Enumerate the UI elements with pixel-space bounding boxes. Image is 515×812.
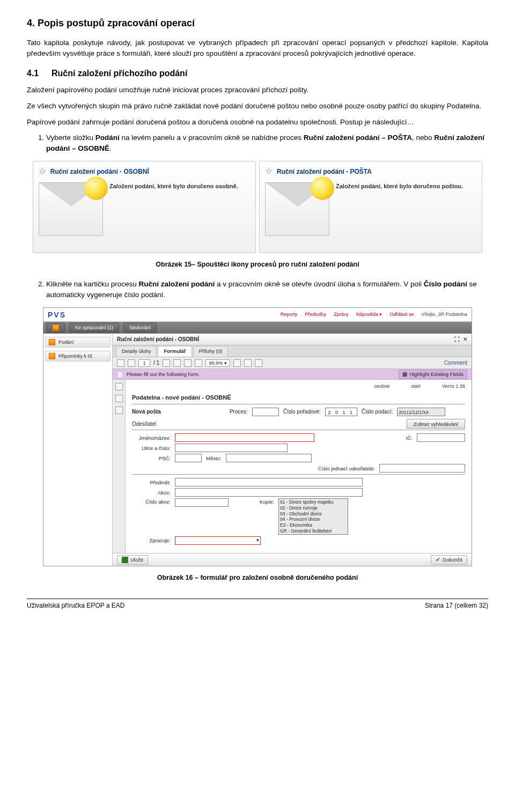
input-jmeno[interactable] <box>175 433 314 442</box>
maximize-icon[interactable]: ⛶ <box>454 336 460 344</box>
dokoncit-button[interactable]: Dokončit <box>431 555 467 565</box>
zoom-out-icon[interactable] <box>184 359 192 367</box>
next-page-icon[interactable] <box>173 359 181 367</box>
workspace-tab[interactable]: Ke zpracování (1) <box>69 323 119 333</box>
card-title: Ruční založení podání - POŠTA <box>277 168 372 175</box>
process-card-osobni[interactable]: ☆ Ruční založení podání - OSOBNÍ Založen… <box>33 161 256 253</box>
step-item: Vyberte složku Podání na levém panelu a … <box>46 132 488 153</box>
tool-icon[interactable] <box>233 359 241 367</box>
ulozit-button[interactable]: Uložit <box>117 555 148 565</box>
form-screenshot: PVS Reporty Předvolby Zprávy Nápověda ▾ … <box>43 307 472 566</box>
sidebar-item-pripominky[interactable]: Připomínky k IS <box>45 351 111 361</box>
highlight-fields-button[interactable]: ▦Highlight Existing Fields <box>399 370 467 379</box>
section-odesilatel: Odesílatel <box>132 421 156 427</box>
card-description: Založení podání, které bylo doručeno poš… <box>336 182 476 236</box>
folder-icon <box>49 339 55 345</box>
subsection-heading: 4.1Ruční založení příchozího podání <box>27 67 488 79</box>
tab-detaily[interactable]: Detaily úlohy <box>116 346 157 357</box>
zoom-select[interactable]: 98,9% ▾ <box>205 359 230 367</box>
nav-link[interactable]: Zprávy <box>334 311 349 318</box>
tab-formular[interactable]: Formulář <box>158 346 192 357</box>
footer-right: Strana 17 (celkem 32) <box>425 601 488 610</box>
input-predmet[interactable] <box>175 478 363 486</box>
page-icon[interactable] <box>115 383 123 390</box>
label-kopie: Kopie: <box>260 498 274 506</box>
input-zpracuje[interactable]: ▾ <box>175 536 261 545</box>
envelope-icon <box>39 182 103 236</box>
form-heading: Podatelna - nové podání - OSOBNĚ <box>132 394 465 402</box>
card-title: Ruční založení podání - OSOBNÍ <box>50 168 149 175</box>
tool-icon[interactable] <box>255 359 262 367</box>
prev-page-icon[interactable] <box>163 359 170 367</box>
page-input[interactable]: 1 <box>138 359 150 367</box>
content-pane: Ruční založení podání - OSOBNÍ ⛶✕ Detail… <box>112 334 472 566</box>
label-jmeno: Jméno/název: <box>132 434 171 442</box>
form-bottombar: Uložit Dokončit <box>113 553 472 566</box>
tool-icon[interactable] <box>244 359 252 367</box>
save-icon[interactable] <box>128 359 135 367</box>
input-cislo-akce[interactable] <box>175 498 229 507</box>
label-mesto: Město: <box>206 455 222 462</box>
process-cards: ☆ Ruční založení podání - OSOBNÍ Založen… <box>27 161 488 253</box>
input-mesto[interactable] <box>226 454 312 462</box>
user-greeting: Vítejte, Jiří Podatelna <box>421 311 467 318</box>
label-nova-posta: Nová pošta <box>132 408 161 416</box>
star-icon: ☆ <box>39 166 46 175</box>
zoom-in-icon[interactable] <box>195 359 202 367</box>
form-info-bar: 📄 Please fill out the following form. ▦H… <box>113 369 472 380</box>
label-proces: Proces: <box>230 408 248 416</box>
label-ulice: Ulice a číslo: <box>132 445 171 452</box>
intro-paragraph: Tato kapitola poskytuje návody, jak post… <box>27 38 488 58</box>
star-icon: ☆ <box>265 166 273 175</box>
window-title: Ruční založení podání - OSOBNÍ <box>117 336 199 344</box>
kopie-listbox[interactable]: 01 - Divize správy majetku 02 - Divize r… <box>278 498 348 535</box>
label-psc: PSČ: <box>132 455 171 462</box>
subsection-number: 4.1 <box>27 67 52 79</box>
input-proces[interactable] <box>252 408 279 416</box>
attach-icon[interactable] <box>115 395 123 402</box>
close-icon[interactable]: ✕ <box>463 336 467 344</box>
pdf-document: osobne start Verze 1.36 Podatelna - nové… <box>113 380 472 553</box>
workspace-tabstrip: Ke zpracování (1) Sledování <box>43 322 472 334</box>
nav-link[interactable]: Odhlásit se <box>389 311 414 318</box>
sidebar-item-podani[interactable]: Podání <box>45 337 111 348</box>
top-nav: Reporty Předvolby Zprávy Nápověda ▾ Odhl… <box>281 311 414 318</box>
process-card-posta[interactable]: ☆ Ruční založení podání - POŠTA Založení… <box>259 161 482 253</box>
envelope-icon <box>265 182 329 236</box>
footer-rule <box>27 599 488 599</box>
meta-line: osobne start Verze 1.36 <box>132 383 465 390</box>
print-icon[interactable] <box>117 359 124 367</box>
figure-caption: Obrázek 16 – formulář pro založení osobn… <box>27 573 488 582</box>
body-paragraph: Založení papírového podání umožňuje ručn… <box>27 85 488 95</box>
new-button[interactable] <box>47 323 65 333</box>
app-topbar: PVS Reporty Předvolby Zprávy Nápověda ▾ … <box>43 308 472 322</box>
steps-list: Klikněte na kartičku procesu Ruční založ… <box>46 279 488 300</box>
input-akce[interactable] <box>175 488 363 497</box>
page-footer: Uživatelská příručka EPOP a EAD Strana 1… <box>27 601 488 610</box>
sign-icon[interactable] <box>115 407 123 414</box>
footer-left: Uživatelská příručka EPOP a EAD <box>27 601 125 610</box>
workspace-tab[interactable]: Sledování <box>123 323 157 333</box>
comment-link[interactable]: Comment <box>444 359 467 367</box>
form-icon: 📄 <box>117 371 123 378</box>
input-cislo-poradove[interactable]: 2 0 1 1 <box>325 408 357 416</box>
label-predmet: Předmět: <box>132 479 171 486</box>
nav-link[interactable]: Nápověda ▾ <box>356 311 382 318</box>
label-cislo-poradove: Číslo pořadové: <box>283 408 321 416</box>
input-psc[interactable] <box>175 454 202 462</box>
label-cislo-jednaci: Číslo jednací odesílatele: <box>318 465 375 473</box>
input-ic[interactable] <box>417 433 465 442</box>
folder-icon <box>49 353 55 359</box>
section-heading: 4. Popis postupů zpracování operací <box>27 16 488 30</box>
nav-link[interactable]: Předvolby <box>305 311 326 318</box>
zobraz-vyhledavani-button[interactable]: Zobraz vyhledávání <box>407 419 465 429</box>
tab-prilohy[interactable]: Přílohy (0) <box>193 346 229 357</box>
inner-tabs: Detaily úlohy Formulář Přílohy (0) <box>113 345 472 357</box>
plus-icon <box>53 324 59 331</box>
window-titlebar: Ruční založení podání - OSOBNÍ ⛶✕ <box>113 334 472 345</box>
nav-link[interactable]: Reporty <box>281 311 298 318</box>
input-ulice[interactable] <box>175 444 288 452</box>
input-cislo-podaci: 20111/12/1/XX <box>397 408 445 416</box>
input-cislo-jednaci[interactable] <box>379 464 465 473</box>
label-ic: IČ: <box>406 434 413 442</box>
